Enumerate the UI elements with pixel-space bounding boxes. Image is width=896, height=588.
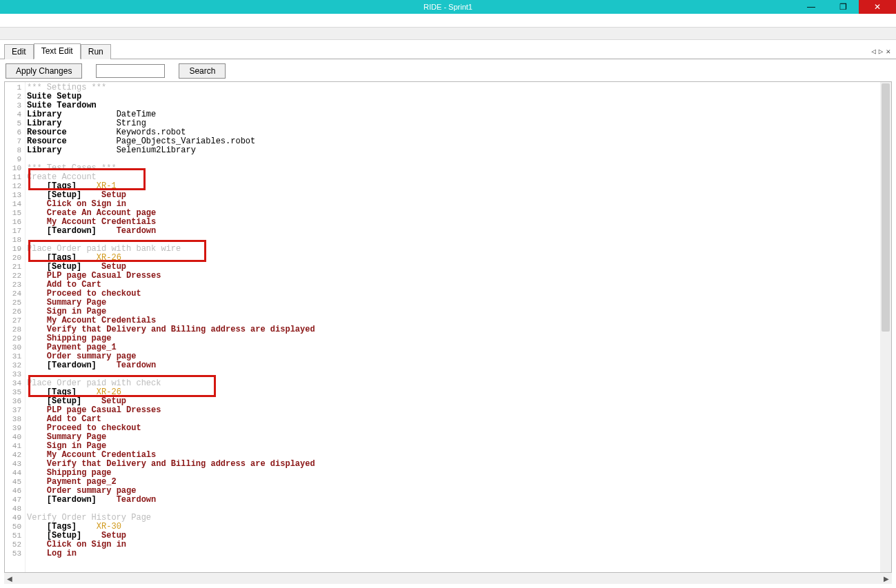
code-line[interactable]: PLP page Casual Dresses xyxy=(27,406,880,415)
code-line[interactable]: [Teardown] Teardown xyxy=(27,361,880,370)
tab-prev-icon[interactable]: ◁ xyxy=(871,47,876,56)
search-button[interactable]: Search xyxy=(179,63,226,79)
line-number: 39 xyxy=(5,424,21,433)
line-number: 17 xyxy=(5,227,21,236)
apply-changes-button[interactable]: Apply Changes xyxy=(6,63,82,79)
code-line[interactable]: [Teardown] Teardown xyxy=(27,496,880,505)
tab-text-edit[interactable]: Text Edit xyxy=(34,43,81,59)
code-line[interactable]: [Tags] XR-1 xyxy=(27,182,880,191)
code-line[interactable]: [Setup] Setup xyxy=(27,191,880,200)
window-title: RIDE - Sprint1 xyxy=(424,3,472,11)
code-line[interactable]: Log in xyxy=(27,549,880,558)
vertical-scrollbar[interactable] xyxy=(880,82,891,572)
line-number: 48 xyxy=(5,505,21,514)
line-number: 29 xyxy=(5,334,21,343)
line-number: 7 xyxy=(5,137,21,146)
line-number: 14 xyxy=(5,200,21,209)
tab-close-icon[interactable]: ✕ xyxy=(886,47,890,56)
code-line[interactable]: Proceed to checkout xyxy=(27,290,880,298)
line-number: 31 xyxy=(5,352,21,361)
line-number: 52 xyxy=(5,540,21,549)
horizontal-scrollbar[interactable]: ◀ ▶ xyxy=(4,573,892,584)
line-number: 2 xyxy=(5,92,21,101)
code-line[interactable]: Payment page_2 xyxy=(27,478,880,487)
line-number: 28 xyxy=(5,325,21,334)
line-number: 19 xyxy=(5,245,21,254)
code-line[interactable]: Verify Order History Page xyxy=(27,514,880,523)
line-number: 3 xyxy=(5,101,21,110)
code-line[interactable]: Place Order paid with bank wire xyxy=(27,245,880,254)
tab-edit[interactable]: Edit xyxy=(4,44,34,59)
line-number: 51 xyxy=(5,531,21,540)
line-number: 32 xyxy=(5,361,21,370)
code-line[interactable]: *** Test Cases *** xyxy=(27,164,880,173)
code-line[interactable]: Verify that Delivery and Billing address… xyxy=(27,460,880,469)
action-row: Apply Changes Search xyxy=(0,59,896,83)
line-number: 12 xyxy=(5,182,21,191)
restore-button[interactable]: ❐ xyxy=(827,0,859,14)
code-line[interactable]: Click on Sign in xyxy=(27,540,880,549)
line-number: 53 xyxy=(5,549,21,558)
titlebar: RIDE - Sprint1 — ❐ ✕ xyxy=(0,0,896,14)
line-number: 38 xyxy=(5,415,21,424)
code-line[interactable]: Proceed to checkout xyxy=(27,424,880,433)
line-number: 6 xyxy=(5,128,21,137)
line-number: 44 xyxy=(5,469,21,478)
code-line[interactable]: PLP page Casual Dresses xyxy=(27,272,880,281)
code-line[interactable]: Shipping page xyxy=(27,469,880,478)
code-line[interactable]: Summary Page xyxy=(27,298,880,307)
code-line[interactable]: *** Settings *** xyxy=(27,83,880,92)
line-number: 47 xyxy=(5,496,21,505)
tab-next-icon[interactable]: ▷ xyxy=(879,47,884,56)
hscroll-track[interactable] xyxy=(15,574,881,582)
code-line[interactable]: [Tags] XR-26 xyxy=(27,388,880,397)
code-line[interactable]: Suite Setup xyxy=(27,92,880,101)
line-number: 40 xyxy=(5,433,21,442)
close-button[interactable]: ✕ xyxy=(859,0,896,14)
line-number: 15 xyxy=(5,209,21,218)
line-gutter: 1234567891011121314151617181920212223242… xyxy=(5,82,26,572)
window-controls: — ❐ ✕ xyxy=(795,0,896,14)
line-number: 25 xyxy=(5,298,21,307)
line-number: 30 xyxy=(5,343,21,352)
line-number: 46 xyxy=(5,487,21,496)
hscroll-left-icon[interactable]: ◀ xyxy=(4,575,15,582)
search-input[interactable] xyxy=(96,64,165,78)
line-number: 45 xyxy=(5,478,21,487)
hscroll-right-icon[interactable]: ▶ xyxy=(881,575,892,582)
line-number: 1 xyxy=(5,83,21,92)
line-number: 34 xyxy=(5,379,21,388)
code-line[interactable]: [Setup] Setup xyxy=(27,531,880,540)
code-line[interactable]: Place Order paid with check xyxy=(27,379,880,388)
code-line[interactable]: Verify that Delivery and Billing address… xyxy=(27,325,880,334)
code-line[interactable] xyxy=(27,155,880,164)
code-line[interactable]: Add to Cart xyxy=(27,415,880,424)
code-line[interactable]: Summary Page xyxy=(27,433,880,442)
line-number: 42 xyxy=(5,451,21,460)
code-line[interactable]: Payment page_1 xyxy=(27,343,880,352)
line-number: 5 xyxy=(5,119,21,128)
line-number: 50 xyxy=(5,523,21,531)
code-line[interactable] xyxy=(27,505,880,514)
tab-run[interactable]: Run xyxy=(81,44,111,59)
code-line[interactable]: Library DateTime xyxy=(27,110,880,119)
code-line[interactable]: Create Account xyxy=(27,173,880,182)
vertical-scroll-thumb[interactable] xyxy=(882,83,890,332)
code-line[interactable]: Add to Cart xyxy=(27,281,880,290)
code-line[interactable]: [Tags] XR-30 xyxy=(27,523,880,531)
line-number: 9 xyxy=(5,155,21,164)
editor: 1234567891011121314151617181920212223242… xyxy=(4,81,892,573)
line-number: 4 xyxy=(5,110,21,119)
line-number: 13 xyxy=(5,191,21,200)
code-area[interactable]: *** Settings ***Suite SetupSuite Teardow… xyxy=(26,82,880,572)
tab-nav: ◁ ▷ ✕ xyxy=(871,47,890,56)
code-line[interactable]: [Teardown] Teardown xyxy=(27,227,880,236)
line-number: 23 xyxy=(5,281,21,290)
minimize-button[interactable]: — xyxy=(795,0,827,14)
line-number: 49 xyxy=(5,514,21,523)
line-number: 20 xyxy=(5,254,21,263)
line-number: 21 xyxy=(5,263,21,272)
code-line[interactable]: [Tags] XR-26 xyxy=(27,254,880,263)
code-line[interactable]: Library Selenium2Library xyxy=(27,146,880,155)
code-line[interactable]: Shipping page xyxy=(27,334,880,343)
